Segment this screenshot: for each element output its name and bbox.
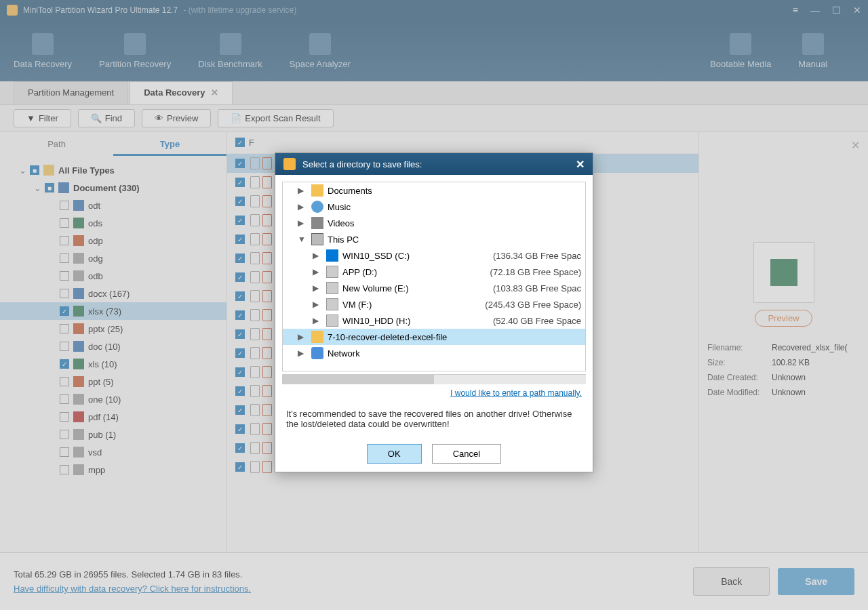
drive-icon xyxy=(326,314,338,327)
directory-name: New Volume (E:) xyxy=(342,283,409,293)
directory-name: VM (F:) xyxy=(342,300,372,310)
directory-name: Videos xyxy=(328,218,355,228)
directory-item[interactable]: ▶Videos xyxy=(283,215,585,231)
win-icon xyxy=(326,249,338,262)
expand-arrow-icon[interactable]: ▶ xyxy=(313,251,322,260)
expand-arrow-icon[interactable]: ▶ xyxy=(298,332,307,342)
directory-name: Network xyxy=(328,348,360,359)
video-icon xyxy=(311,217,323,229)
directory-item[interactable]: ▶APP (D:)(72.18 GB Free Space) xyxy=(283,264,585,280)
directory-item[interactable]: ▶Music xyxy=(283,199,585,215)
modal-close-icon[interactable]: ✕ xyxy=(576,158,585,171)
directory-name: WIN10_HDD (H:) xyxy=(342,316,410,326)
folder-icon xyxy=(311,331,323,343)
directory-name: 7-10-recover-deleted-excel-file xyxy=(328,332,447,342)
modal-title-text: Select a directory to save files: xyxy=(302,159,422,169)
drive-icon xyxy=(326,266,338,278)
directory-name: Music xyxy=(328,202,351,212)
directory-item[interactable]: ▶VM (F:)(245.43 GB Free Space) xyxy=(283,296,585,312)
expand-arrow-icon[interactable]: ▶ xyxy=(313,267,322,277)
directory-item[interactable]: ▶Documents xyxy=(283,182,585,199)
directory-tree[interactable]: ▶Documents▶Music▶Videos▼This PC▶WIN10_SS… xyxy=(282,182,586,371)
directory-name: This PC xyxy=(328,235,359,245)
directory-name: WIN10_SSD (C:) xyxy=(342,251,410,261)
directory-item[interactable]: ▶Network xyxy=(283,345,585,361)
free-space: (136.34 GB Free Spac xyxy=(493,251,581,261)
directory-item[interactable]: ▼This PC xyxy=(283,231,585,247)
directory-item[interactable]: ▶WIN10_HDD (H:)(52.40 GB Free Space xyxy=(283,312,585,329)
free-space: (245.43 GB Free Space) xyxy=(485,300,581,310)
expand-arrow-icon[interactable]: ▶ xyxy=(298,202,307,211)
expand-arrow-icon[interactable]: ▶ xyxy=(298,186,307,195)
drive-icon xyxy=(326,298,338,310)
manual-path-link[interactable]: I would like to enter a path manually. xyxy=(450,388,582,398)
save-directory-modal: Select a directory to save files: ✕ ▶Doc… xyxy=(275,152,593,472)
directory-item[interactable]: ▶7-10-recover-deleted-excel-file xyxy=(283,329,585,345)
expand-arrow-icon[interactable]: ▶ xyxy=(313,283,322,293)
expand-arrow-icon[interactable]: ▶ xyxy=(298,348,307,358)
expand-arrow-icon[interactable]: ▼ xyxy=(298,235,307,244)
expand-arrow-icon[interactable]: ▶ xyxy=(313,316,322,325)
free-space: (52.40 GB Free Space xyxy=(493,316,581,326)
drive-icon xyxy=(326,282,338,294)
directory-item[interactable]: ▶New Volume (E:)(103.83 GB Free Spac xyxy=(283,280,585,296)
music-icon xyxy=(311,201,323,213)
directory-name: Documents xyxy=(328,186,372,196)
net-icon xyxy=(311,347,323,359)
folder-icon xyxy=(311,184,323,197)
directory-name: APP (D:) xyxy=(342,267,377,277)
pc-icon xyxy=(311,233,323,245)
free-space: (72.18 GB Free Space) xyxy=(490,267,581,277)
free-space: (103.83 GB Free Spac xyxy=(493,283,581,293)
modal-logo-icon xyxy=(283,158,296,170)
modal-overlay: Select a directory to save files: ✕ ▶Doc… xyxy=(0,0,868,610)
cancel-button[interactable]: Cancel xyxy=(432,444,501,464)
expand-arrow-icon[interactable]: ▶ xyxy=(313,300,322,309)
horizontal-scrollbar[interactable] xyxy=(282,374,586,384)
ok-button[interactable]: OK xyxy=(367,444,422,464)
modal-titlebar: Select a directory to save files: ✕ xyxy=(275,153,593,175)
expand-arrow-icon[interactable]: ▶ xyxy=(298,218,307,228)
modal-warning-note: It's recommended to save the recovered f… xyxy=(275,402,593,436)
directory-item[interactable]: ▶WIN10_SSD (C:)(136.34 GB Free Spac xyxy=(283,247,585,264)
